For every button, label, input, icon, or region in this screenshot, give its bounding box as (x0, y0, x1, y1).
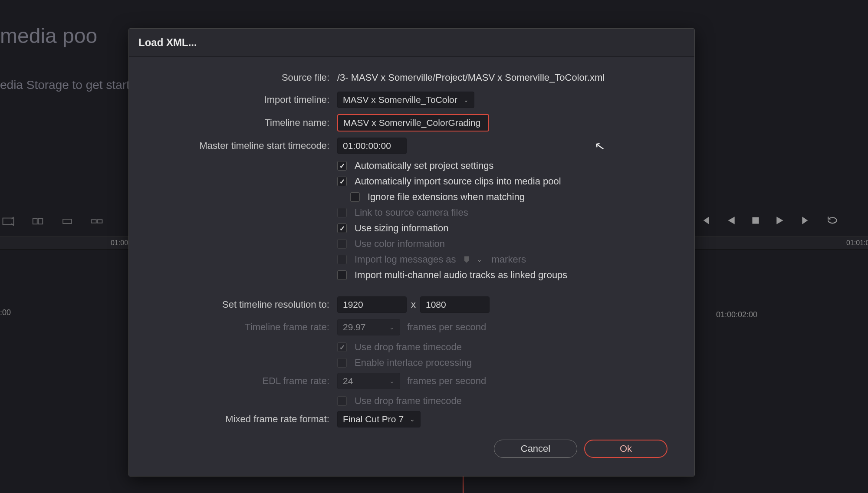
start-timecode-input[interactable] (337, 138, 407, 154)
drop-frame-1-label: Use drop frame timecode (355, 342, 462, 353)
link-camera-checkbox (337, 208, 347, 217)
drop-frame-2-label: Use drop frame timecode (355, 395, 462, 407)
use-sizing-checkbox[interactable] (337, 223, 347, 233)
background-hint: edia Storage to get starte (0, 78, 136, 92)
interlace-checkbox (337, 358, 347, 368)
ruler-tick: 01:01:0 (846, 239, 868, 247)
link-camera-label: Link to source camera files (355, 207, 468, 218)
ignore-ext-checkbox[interactable] (350, 192, 360, 202)
auto-import-clips-label: Automatically import source clips into m… (355, 176, 561, 187)
chevron-down-icon: ⌄ (389, 378, 395, 385)
resolution-width-input[interactable] (337, 296, 407, 313)
timeline-fps-label: Timeline frame rate: (146, 322, 337, 333)
view-mode-icon-4[interactable] (89, 215, 105, 228)
svg-rect-5 (97, 220, 102, 223)
import-log-label: Import log messages as ⌄ markers (355, 254, 526, 265)
use-color-label: Use color information (355, 238, 445, 250)
auto-project-settings-checkbox[interactable] (337, 161, 347, 171)
timeline-fps-value: 29.97 (343, 322, 366, 332)
next-clip-icon[interactable] (799, 215, 812, 226)
import-timeline-dropdown[interactable]: MASV x Somerville_ToColor ⌄ (337, 92, 474, 108)
chevron-down-icon: ⌄ (389, 324, 395, 331)
marker-icon (462, 255, 471, 264)
fps-suffix-2: frames per second (407, 375, 486, 387)
chevron-down-icon: ⌄ (410, 416, 415, 423)
import-timeline-label: Import timeline: (146, 94, 337, 105)
loop-icon[interactable] (825, 215, 839, 226)
timeline-tc-left: :00 (0, 308, 11, 317)
svg-rect-6 (752, 217, 759, 223)
mixed-format-label: Mixed frame rate format: (146, 414, 337, 425)
view-mode-icon-3[interactable] (59, 215, 76, 228)
mixed-format-dropdown[interactable]: Final Cut Pro 7 ⌄ (337, 411, 421, 427)
timeline-fps-dropdown: 29.97 ⌄ (337, 319, 400, 335)
resolution-height-input[interactable] (420, 296, 490, 313)
prev-clip-icon[interactable] (699, 215, 712, 226)
source-file-label: Source file: (146, 72, 337, 83)
edl-fps-dropdown: 24 ⌄ (337, 373, 400, 389)
svg-rect-3 (63, 219, 72, 223)
fps-suffix: frames per second (407, 322, 486, 333)
multi-audio-label: Import multi-channel audio tracks as lin… (355, 270, 567, 281)
use-color-checkbox (337, 239, 347, 249)
timeline-view-toolbar (0, 215, 105, 228)
source-file-value: /3- MASV x Somerville/Project/MASV x Som… (337, 72, 605, 83)
drop-frame-1-checkbox (337, 342, 347, 352)
dialog-title: Load XML... (129, 29, 694, 57)
resolution-label: Set timeline resolution to: (146, 299, 337, 310)
timeline-name-input[interactable] (337, 114, 489, 131)
use-sizing-label: Use sizing information (355, 223, 448, 234)
svg-rect-2 (38, 219, 43, 224)
playback-controls (699, 215, 839, 226)
view-mode-icon-1[interactable] (0, 215, 16, 228)
ok-button[interactable]: Ok (584, 440, 667, 458)
import-timeline-value: MASV x Somerville_ToColor (343, 95, 457, 105)
chevron-down-icon: ⌄ (477, 256, 482, 263)
edl-fps-label: EDL frame rate: (146, 375, 337, 387)
import-log-checkbox (337, 255, 347, 264)
interlace-label: Enable interlace processing (355, 357, 472, 368)
svg-rect-4 (92, 220, 96, 223)
timeline-tc-right: 01:00:02:00 (716, 310, 757, 319)
auto-import-clips-checkbox[interactable] (337, 177, 347, 186)
markers-text: markers (492, 254, 526, 265)
ruler-tick: 01:00 (111, 239, 128, 247)
chevron-down-icon: ⌄ (464, 96, 469, 103)
timeline-name-label: Timeline name: (146, 117, 337, 128)
play-icon[interactable] (774, 215, 786, 226)
play-reverse-icon[interactable] (725, 215, 737, 226)
edl-fps-value: 24 (343, 376, 353, 386)
svg-rect-1 (33, 219, 37, 224)
mixed-format-value: Final Cut Pro 7 (343, 414, 404, 424)
load-xml-dialog: Load XML... Source file: /3- MASV x Some… (128, 28, 695, 477)
multi-audio-checkbox[interactable] (337, 270, 347, 280)
stop-icon[interactable] (750, 215, 761, 226)
ignore-ext-label: Ignore file extensions when matching (368, 191, 525, 203)
import-log-text: Import log messages as (355, 254, 456, 265)
auto-project-settings-label: Automatically set project settings (355, 160, 493, 171)
drop-frame-2-checkbox (337, 396, 347, 406)
view-mode-icon-2[interactable] (30, 215, 46, 228)
start-timecode-label: Master timeline start timecode: (146, 140, 337, 151)
cancel-button[interactable]: Cancel (494, 440, 577, 458)
background-title: media poo (0, 24, 97, 48)
resolution-x: x (411, 299, 416, 310)
